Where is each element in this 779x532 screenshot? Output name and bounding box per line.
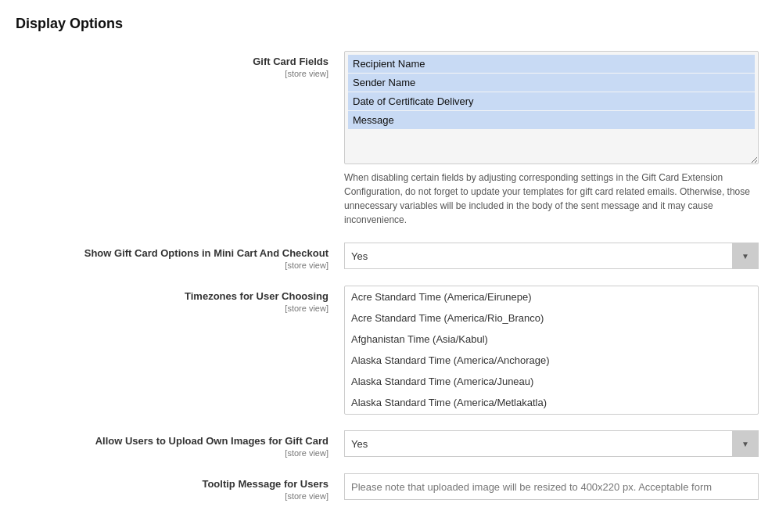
gift-card-fields-input-col: Recipient Name Sender Name Date of Certi… — [344, 51, 763, 227]
gift-card-fields-select[interactable]: Recipient Name Sender Name Date of Certi… — [344, 51, 759, 164]
show-gift-card-options-store-view: [store view] — [16, 261, 328, 270]
tooltip-message-input[interactable] — [344, 473, 759, 500]
allow-upload-row: Allow Users to Upload Own Images for Gif… — [16, 430, 763, 458]
allow-upload-input-col: Yes No — [344, 430, 763, 457]
timezones-label: Timezones for User Choosing — [16, 290, 328, 302]
gift-card-fields-label-col: Gift Card Fields [store view] — [16, 51, 344, 78]
show-gift-card-options-select-wrapper: Yes No — [344, 243, 759, 269]
tooltip-message-label: Tooltip Message for Users — [16, 478, 328, 490]
gift-card-option-date: Date of Certificate Delivery — [348, 92, 755, 110]
allow-upload-label-col: Allow Users to Upload Own Images for Gif… — [16, 430, 344, 458]
allow-upload-select-wrapper: Yes No — [344, 430, 759, 457]
gift-card-option-message: Message — [348, 111, 755, 129]
allow-upload-label: Allow Users to Upload Own Images for Gif… — [16, 435, 328, 447]
timezones-select[interactable]: Acre Standard Time (America/Eirunepe) Ac… — [344, 286, 759, 415]
tooltip-message-store-view: [store view] — [16, 491, 328, 501]
allow-upload-select[interactable]: Yes No — [344, 430, 759, 457]
timezones-label-col: Timezones for User Choosing [store view] — [16, 286, 344, 313]
show-gift-card-options-select[interactable]: Yes No — [344, 243, 759, 269]
page-title: Display Options — [16, 16, 763, 32]
gift-card-fields-store-view: [store view] — [16, 69, 328, 78]
show-gift-card-options-row: Show Gift Card Options in Mini Cart And … — [16, 243, 763, 270]
tooltip-message-row: Tooltip Message for Users [store view] — [16, 473, 763, 501]
gift-card-option-recipient: Recipient Name — [348, 55, 755, 73]
show-gift-card-options-label: Show Gift Card Options in Mini Cart And … — [16, 247, 328, 259]
timezones-row: Timezones for User Choosing [store view]… — [16, 286, 763, 415]
timezones-input-col: Acre Standard Time (America/Eirunepe) Ac… — [344, 286, 763, 415]
tooltip-message-label-col: Tooltip Message for Users [store view] — [16, 473, 344, 501]
gift-card-fields-row: Gift Card Fields [store view] Recipient … — [16, 51, 763, 227]
tooltip-message-input-col — [344, 473, 763, 500]
allow-upload-store-view: [store view] — [16, 448, 328, 458]
gift-card-fields-label: Gift Card Fields — [16, 56, 328, 67]
timezones-list-wrapper: Acre Standard Time (America/Eirunepe) Ac… — [344, 286, 759, 415]
show-gift-card-options-input-col: Yes No — [344, 243, 763, 269]
gift-card-fields-help-text: When disabling certain fields by adjusti… — [344, 171, 759, 227]
timezones-store-view: [store view] — [16, 304, 328, 313]
gift-card-option-sender: Sender Name — [348, 74, 755, 92]
show-gift-card-options-label-col: Show Gift Card Options in Mini Cart And … — [16, 243, 344, 270]
